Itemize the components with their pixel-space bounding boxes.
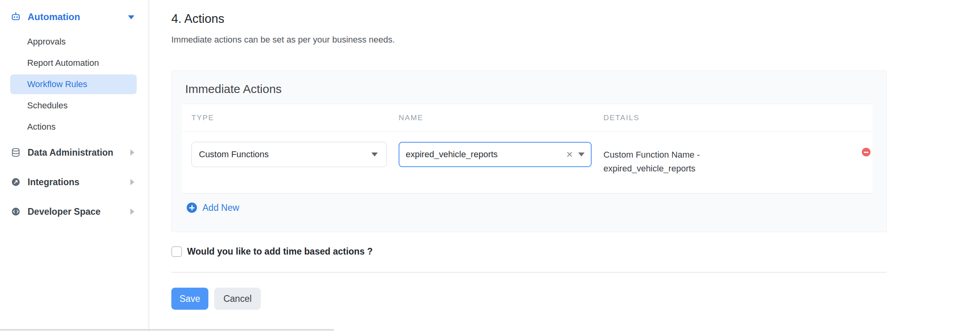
chevron-right-icon — [130, 149, 134, 156]
time-based-actions-row: Would you like to add time based actions… — [171, 245, 373, 258]
action-type-select[interactable]: Custom Functions — [191, 142, 387, 167]
function-name-input[interactable] — [399, 149, 566, 160]
cancel-button[interactable]: Cancel — [214, 288, 261, 310]
sidebar-item-workflow-rules[interactable]: Workflow Rules — [10, 74, 137, 94]
clear-icon[interactable]: × — [566, 149, 573, 160]
chevron-down-icon — [371, 152, 378, 156]
sidebar: Automation Approvals Report Automation W… — [0, 0, 149, 331]
remove-action-button[interactable] — [862, 148, 870, 156]
table-row: Custom Functions × Custom Function Name … — [182, 132, 872, 193]
horizontal-scrollbar[interactable] — [0, 329, 334, 331]
integrations-icon — [11, 177, 21, 187]
sidebar-section-automation[interactable]: Automation — [0, 6, 148, 28]
function-name-combobox: × — [399, 142, 592, 167]
code-icon — [11, 206, 21, 217]
action-details: Custom Function Name - expired_vehicle_r… — [603, 148, 848, 175]
automation-subnav: Approvals Report Automation Workflow Rul… — [0, 32, 148, 138]
sidebar-item-label: Developer Space — [28, 206, 100, 217]
sidebar-item-label: Data Administration — [28, 147, 113, 158]
add-new-label: Add New — [202, 203, 239, 213]
sidebar-item-report-automation[interactable]: Report Automation — [10, 53, 137, 73]
chevron-down-icon — [128, 15, 134, 19]
sidebar-sections: Data Administration Integrations — [0, 141, 148, 229]
chevron-right-icon — [130, 179, 134, 185]
chevron-right-icon — [130, 208, 134, 215]
time-based-actions-label: Would you like to add time based actions… — [187, 246, 373, 257]
page-title: 4. Actions — [171, 12, 224, 26]
save-button[interactable]: Save — [171, 288, 208, 310]
form-actions: Save Cancel — [171, 288, 261, 310]
add-new-button[interactable]: Add New — [187, 203, 239, 213]
sidebar-item-approvals[interactable]: Approvals — [10, 32, 137, 52]
column-header-name: NAME — [399, 113, 423, 122]
sidebar-item-label: Integrations — [28, 177, 80, 188]
column-header-details: DETAILS — [603, 113, 640, 122]
sidebar-item-schedules[interactable]: Schedules — [10, 96, 137, 115]
workflow-rules-actions-page: Automation Approvals Report Automation W… — [0, 0, 980, 331]
sidebar-item-developer-space[interactable]: Developer Space — [0, 200, 148, 223]
database-icon — [11, 147, 21, 158]
details-line: expired_vehicle_reports — [603, 164, 696, 173]
actions-table: TYPE NAME DETAILS Custom Functions × Cus… — [182, 104, 872, 193]
immediate-actions-card: Immediate Actions TYPE NAME DETAILS Cust… — [171, 71, 887, 232]
table-header-row: TYPE NAME DETAILS — [182, 104, 872, 132]
sidebar-item-data-administration[interactable]: Data Administration — [0, 141, 148, 164]
page-subtitle: Immediate actions can be set as per your… — [171, 35, 395, 45]
plus-icon — [187, 203, 197, 213]
sidebar-item-integrations[interactable]: Integrations — [0, 170, 148, 194]
card-title: Immediate Actions — [185, 82, 282, 96]
details-line: Custom Function Name - — [603, 150, 700, 160]
sidebar-section-automation-label: Automation — [28, 11, 80, 22]
time-based-actions-checkbox[interactable] — [171, 246, 182, 257]
action-type-value: Custom Functions — [192, 149, 371, 160]
divider — [171, 272, 887, 273]
automation-icon — [11, 12, 21, 22]
chevron-down-icon[interactable] — [578, 152, 585, 156]
column-header-type: TYPE — [191, 113, 214, 122]
sidebar-item-actions[interactable]: Actions — [10, 117, 137, 137]
